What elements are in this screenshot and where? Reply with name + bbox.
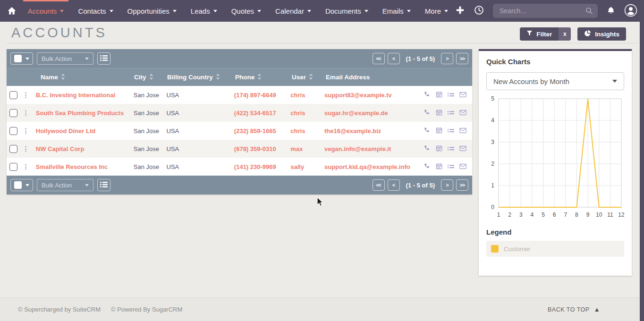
nav-item-emails[interactable]: Emails: [375, 0, 418, 22]
call-action-button[interactable]: [424, 163, 431, 171]
email-action-button[interactable]: [459, 110, 466, 117]
list-view-button[interactable]: [97, 179, 110, 191]
meeting-action-button[interactable]: [436, 163, 442, 171]
column-header-phone[interactable]: Phone: [235, 74, 292, 81]
kebab-icon[interactable]: ⋮: [20, 163, 32, 170]
column-header-user[interactable]: User: [292, 74, 326, 81]
row-checkbox[interactable]: [9, 109, 17, 117]
row-checkbox[interactable]: [9, 127, 17, 135]
table-row[interactable]: ⋮ Hollywood Diner Ltd San Jose USA (232)…: [7, 122, 472, 140]
row-checkbox[interactable]: [9, 91, 17, 99]
sort-icon[interactable]: [257, 74, 262, 81]
task-action-button[interactable]: [448, 92, 454, 99]
nav-item-calendar[interactable]: Calendar: [268, 0, 318, 22]
user-link[interactable]: chris: [290, 110, 324, 117]
pagination-prev-button[interactable]: <: [388, 179, 400, 191]
notifications-button[interactable]: [607, 6, 615, 16]
recently-viewed-button[interactable]: [474, 5, 484, 17]
user-menu-button[interactable]: [624, 4, 637, 18]
kebab-icon[interactable]: ⋮: [20, 91, 32, 99]
email-action-button[interactable]: [459, 127, 466, 135]
phone-link[interactable]: (422) 534-6517: [234, 110, 290, 117]
chart-select-dropdown[interactable]: New Accounts by Month: [486, 72, 624, 90]
email-action-button[interactable]: [459, 163, 466, 170]
home-icon[interactable]: [7, 0, 17, 22]
bulk-action-dropdown[interactable]: Bulk Action: [37, 179, 93, 191]
call-action-button[interactable]: [424, 145, 431, 153]
row-checkbox[interactable]: [9, 145, 17, 153]
select-all-dropdown[interactable]: [10, 52, 33, 65]
list-view-button[interactable]: [97, 52, 110, 65]
user-link[interactable]: chris: [290, 92, 324, 99]
nav-item-opportunities[interactable]: Opportunities: [120, 0, 184, 22]
call-action-button[interactable]: [424, 109, 431, 117]
account-name-link[interactable]: South Sea Plumbing Products: [32, 110, 134, 117]
kebab-icon[interactable]: ⋮: [20, 109, 32, 117]
email-action-button[interactable]: [459, 145, 466, 152]
sort-icon[interactable]: [309, 74, 313, 81]
meeting-action-button[interactable]: [436, 109, 442, 117]
meeting-action-button[interactable]: [436, 145, 442, 153]
user-link[interactable]: sally: [290, 163, 324, 170]
user-link[interactable]: max: [290, 145, 324, 152]
column-header-email-address[interactable]: Email Address: [326, 74, 426, 81]
task-action-button[interactable]: [448, 127, 454, 135]
email-link[interactable]: vegan.info@example.it: [324, 145, 424, 152]
sort-icon[interactable]: [216, 74, 220, 81]
select-all-checkbox[interactable]: [14, 55, 22, 62]
email-link[interactable]: the16@example.biz: [324, 127, 424, 135]
pagination-first-button[interactable]: <<: [373, 179, 385, 191]
page-scrollbar[interactable]: [640, 0, 644, 321]
account-name-link[interactable]: NW Capital Corp: [32, 145, 134, 152]
table-row[interactable]: ⋮ Smallville Resources Inc San Jose USA …: [7, 158, 472, 176]
sort-icon[interactable]: [149, 74, 153, 81]
sort-icon[interactable]: [61, 74, 65, 81]
select-all-checkbox[interactable]: [14, 181, 22, 189]
account-name-link[interactable]: Smallville Resources Inc: [32, 163, 134, 170]
meeting-action-button[interactable]: [436, 127, 442, 135]
nav-item-contacts[interactable]: Contacts: [71, 0, 120, 22]
task-action-button[interactable]: [448, 145, 454, 152]
insights-button[interactable]: Insights: [577, 27, 626, 41]
clear-filter-button[interactable]: x: [559, 27, 571, 41]
meeting-action-button[interactable]: [436, 91, 442, 99]
column-header-city[interactable]: City: [134, 74, 167, 81]
email-link[interactable]: support.kid.qa@example.info: [324, 163, 424, 170]
filter-button[interactable]: Filter: [520, 27, 559, 41]
search-input[interactable]: [493, 4, 598, 18]
table-row[interactable]: ⋮ NW Capital Corp San Jose USA (678) 359…: [7, 140, 472, 158]
back-to-top-button[interactable]: BACK TO TOP ▲: [548, 306, 600, 313]
pagination-first-button[interactable]: <<: [373, 53, 385, 64]
phone-link[interactable]: (141) 230-9969: [234, 163, 290, 170]
table-row[interactable]: ⋮ B.C. Investing International San Jose …: [7, 86, 472, 104]
account-name-link[interactable]: B.C. Investing International: [32, 92, 134, 99]
task-action-button[interactable]: [448, 163, 454, 170]
email-link[interactable]: sugar.hr@example.de: [324, 110, 424, 117]
pagination-prev-button[interactable]: <: [388, 53, 400, 64]
column-header-name[interactable]: Name: [32, 74, 134, 81]
phone-link[interactable]: (232) 859-1665: [234, 127, 290, 135]
column-header-billing-country[interactable]: Billing Country: [167, 74, 235, 81]
pagination-last-button[interactable]: >>: [456, 53, 468, 64]
row-checkbox[interactable]: [9, 163, 17, 171]
phone-link[interactable]: (678) 359-0310: [234, 145, 290, 152]
bulk-action-dropdown[interactable]: Bulk Action: [37, 52, 93, 65]
pagination-next-button[interactable]: >: [441, 179, 453, 191]
pagination-next-button[interactable]: >: [441, 53, 453, 64]
kebab-icon[interactable]: ⋮: [20, 145, 32, 152]
table-row[interactable]: ⋮ South Sea Plumbing Products San Jose U…: [7, 104, 472, 122]
nav-item-accounts[interactable]: Accounts: [21, 0, 71, 22]
email-link[interactable]: support83@example.tv: [324, 92, 424, 99]
user-link[interactable]: chris: [290, 127, 324, 135]
call-action-button[interactable]: [424, 127, 431, 135]
nav-item-leads[interactable]: Leads: [184, 0, 224, 22]
pagination-last-button[interactable]: >>: [456, 179, 468, 191]
select-all-dropdown[interactable]: [10, 179, 33, 191]
account-name-link[interactable]: Hollywood Diner Ltd: [32, 127, 134, 135]
call-action-button[interactable]: [424, 91, 431, 99]
nav-item-documents[interactable]: Documents: [318, 0, 375, 22]
nav-item-quotes[interactable]: Quotes: [224, 0, 268, 22]
phone-link[interactable]: (174) 897-6649: [234, 92, 290, 99]
nav-item-more[interactable]: More: [418, 0, 455, 22]
kebab-icon[interactable]: ⋮: [20, 127, 32, 135]
